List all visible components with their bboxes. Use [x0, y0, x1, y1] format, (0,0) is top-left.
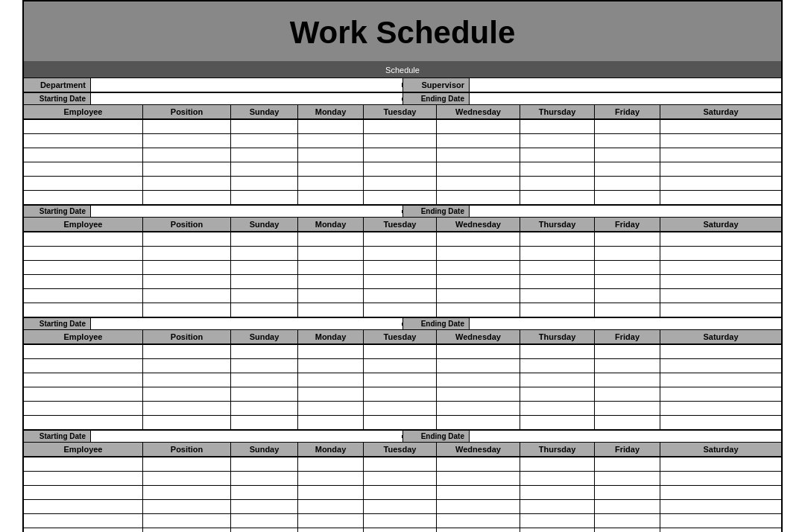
s1-col-thursday: Thursday [520, 105, 595, 118]
table-row [24, 471, 781, 485]
s2-col-saturday: Saturday [660, 218, 781, 231]
s3-ending-value[interactable] [470, 323, 781, 326]
s2-col-monday: Monday [298, 218, 364, 231]
table-row [24, 387, 781, 401]
s3-col-employee: Employee [24, 330, 143, 343]
table-row [24, 274, 781, 288]
s3-col-position: Position [143, 330, 231, 343]
s1-col-monday: Monday [298, 105, 364, 118]
s3-start-left: Starting Date [24, 318, 402, 329]
table-row [24, 246, 781, 260]
s4-starting-value[interactable] [91, 435, 402, 438]
s3-col-wednesday: Wednesday [437, 330, 520, 343]
supervisor-right: Supervisor [402, 78, 781, 92]
s4-col-position: Position [143, 443, 231, 456]
s1-end-right: Ending Date [402, 93, 781, 104]
table-row [24, 499, 781, 513]
s4-start-left: Starting Date [24, 431, 402, 442]
s1-col-tuesday: Tuesday [364, 105, 437, 118]
s1-col-saturday: Saturday [660, 105, 781, 118]
s1-ending-value[interactable] [470, 98, 781, 101]
s4-col-thursday: Thursday [520, 443, 595, 456]
section2-dates-row: Starting Date Ending Date [24, 204, 781, 217]
s2-start-left: Starting Date [24, 206, 402, 217]
s4-col-wednesday: Wednesday [437, 443, 520, 456]
dept-left: Department [24, 78, 402, 92]
s2-starting-label: Starting Date [24, 206, 91, 217]
table-row [24, 415, 781, 429]
s2-starting-value[interactable] [91, 210, 402, 213]
s3-col-thursday: Thursday [520, 330, 595, 343]
section3-dates-row: Starting Date Ending Date [24, 317, 781, 329]
table-row [24, 358, 781, 373]
table-row [24, 232, 781, 246]
s4-ending-value[interactable] [470, 435, 781, 438]
s3-col-monday: Monday [298, 330, 364, 343]
s4-end-right: Ending Date [402, 431, 781, 442]
s2-end-right: Ending Date [402, 206, 781, 217]
table-row [24, 119, 781, 133]
table-row [24, 373, 781, 387]
table-row [24, 401, 781, 415]
table-row [24, 457, 781, 471]
table-row [24, 162, 781, 176]
s2-col-employee: Employee [24, 218, 143, 231]
s2-ending-label: Ending Date [402, 206, 470, 217]
s2-col-wednesday: Wednesday [437, 218, 520, 231]
supervisor-value[interactable] [470, 83, 781, 87]
s4-col-monday: Monday [298, 443, 364, 456]
table-row [24, 133, 781, 148]
s3-col-tuesday: Tuesday [364, 330, 437, 343]
s4-col-tuesday: Tuesday [364, 443, 437, 456]
s2-col-header-row: Employee Position Sunday Monday Tuesday … [24, 217, 781, 232]
table-row [24, 485, 781, 499]
s1-col-sunday: Sunday [231, 105, 298, 118]
dept-value[interactable] [91, 83, 402, 87]
s2-col-sunday: Sunday [231, 218, 298, 231]
s3-col-friday: Friday [595, 330, 660, 343]
s3-col-header-row: Employee Position Sunday Monday Tuesday … [24, 329, 781, 344]
s2-col-tuesday: Tuesday [364, 218, 437, 231]
table-row [24, 190, 781, 204]
s4-ending-label: Ending Date [402, 431, 470, 442]
table-row [24, 148, 781, 162]
s1-starting-label: Starting Date [24, 93, 91, 104]
schedule-label: Schedule [385, 66, 420, 75]
s4-col-friday: Friday [595, 443, 660, 456]
schedule-label-row: Schedule [24, 61, 781, 77]
table-row [24, 528, 781, 532]
table-row [24, 344, 781, 358]
s3-starting-label: Starting Date [24, 318, 91, 329]
s4-col-saturday: Saturday [660, 443, 781, 456]
table-row [24, 288, 781, 303]
s1-start-left: Starting Date [24, 93, 402, 104]
s3-col-sunday: Sunday [231, 330, 298, 343]
s1-col-employee: Employee [24, 105, 143, 118]
s4-starting-label: Starting Date [24, 431, 91, 442]
dept-label: Department [24, 78, 91, 92]
section1-dates-row: Starting Date Ending Date [24, 92, 781, 104]
s4-col-sunday: Sunday [231, 443, 298, 456]
table-row [24, 303, 781, 317]
s3-starting-value[interactable] [91, 323, 402, 326]
work-schedule-container: Work Schedule Schedule Department Superv… [22, 0, 783, 532]
s1-col-position: Position [143, 105, 231, 118]
table-row [24, 260, 781, 274]
s1-col-wednesday: Wednesday [437, 105, 520, 118]
s2-ending-value[interactable] [470, 210, 781, 213]
table-row [24, 176, 781, 190]
s3-ending-label: Ending Date [402, 318, 470, 329]
s3-col-saturday: Saturday [660, 330, 781, 343]
s1-starting-value[interactable] [91, 98, 402, 101]
table-row [24, 513, 781, 528]
s2-col-friday: Friday [595, 218, 660, 231]
main-title: Work Schedule [290, 15, 516, 50]
s2-col-thursday: Thursday [520, 218, 595, 231]
s1-ending-label: Ending Date [402, 93, 470, 104]
s1-col-header-row: Employee Position Sunday Monday Tuesday … [24, 104, 781, 119]
dept-supervisor-row: Department Supervisor [24, 77, 781, 92]
s4-col-employee: Employee [24, 443, 143, 456]
supervisor-label: Supervisor [402, 78, 470, 92]
s3-end-right: Ending Date [402, 318, 781, 329]
s1-col-friday: Friday [595, 105, 660, 118]
